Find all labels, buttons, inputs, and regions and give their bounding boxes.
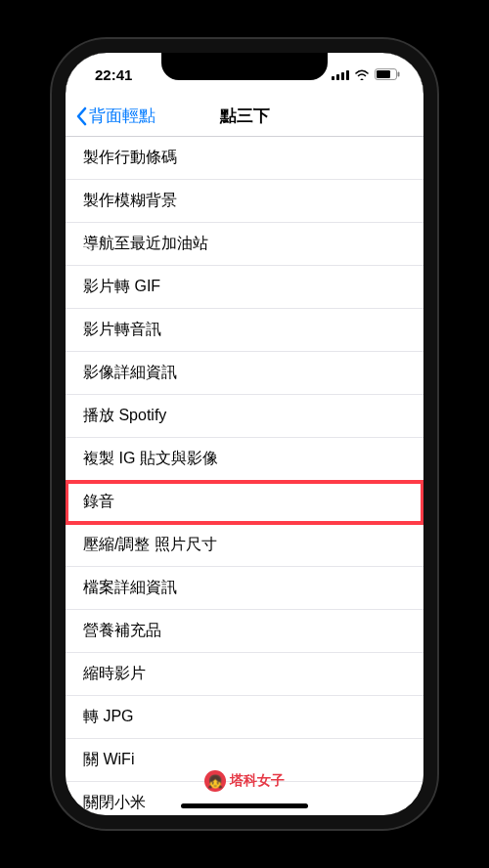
- list-item[interactable]: 壓縮/調整 照片尺寸: [66, 524, 423, 567]
- list-item-label: 複製 IG 貼文與影像: [83, 450, 218, 466]
- svg-rect-3: [346, 70, 349, 80]
- phone-frame: 22:41: [52, 39, 437, 829]
- notch: [161, 53, 328, 80]
- list-item-label: 影片轉音訊: [83, 321, 161, 337]
- list-item[interactable]: 製作模糊背景: [66, 180, 423, 223]
- svg-rect-2: [341, 72, 344, 80]
- battery-icon: [375, 68, 400, 80]
- list-item[interactable]: 製作行動條碼: [66, 137, 423, 180]
- nav-header: 背面輕點 點三下: [66, 96, 423, 137]
- home-indicator[interactable]: [181, 803, 308, 808]
- list-item[interactable]: 縮時影片: [66, 653, 423, 696]
- list-item-label: 營養補充品: [83, 622, 161, 638]
- list-item-label: 影像詳細資訊: [83, 364, 177, 380]
- list-item[interactable]: 轉 JPG: [66, 696, 423, 739]
- list-item-label: 關 WiFi: [83, 751, 134, 767]
- list-item-label: 縮時影片: [83, 665, 146, 681]
- svg-rect-6: [398, 72, 400, 77]
- list-item[interactable]: 營養補充品: [66, 610, 423, 653]
- list-item-label: 檔案詳細資訊: [83, 579, 177, 595]
- signal-icon: [332, 69, 349, 80]
- list-item[interactable]: 檔案詳細資訊: [66, 567, 423, 610]
- list-item[interactable]: 導航至最近加油站: [66, 223, 423, 266]
- list-item[interactable]: 錄音: [66, 481, 423, 524]
- list-item-label: 轉 JPG: [83, 708, 134, 724]
- wifi-icon: [354, 68, 370, 80]
- list-item-label: 關閉小米: [83, 794, 146, 810]
- list-item-label: 播放 Spotify: [83, 407, 166, 423]
- list-item-label: 錄音: [83, 493, 114, 509]
- svg-rect-0: [332, 76, 334, 80]
- settings-list[interactable]: 製作行動條碼製作模糊背景導航至最近加油站影片轉 GIF影片轉音訊影像詳細資訊播放…: [66, 137, 423, 815]
- svg-rect-5: [377, 70, 390, 78]
- list-item-label: 導航至最近加油站: [83, 235, 208, 251]
- list-item[interactable]: 影片轉 GIF: [66, 266, 423, 309]
- list-item-label: 壓縮/調整 照片尺寸: [83, 536, 217, 552]
- watermark: 👧 塔科女子: [204, 770, 285, 792]
- list-item[interactable]: 播放 Spotify: [66, 395, 423, 438]
- list-item-label: 影片轉 GIF: [83, 278, 160, 294]
- status-time: 22:41: [95, 66, 132, 83]
- phone-screen: 22:41: [66, 53, 423, 815]
- list-item[interactable]: 影片轉音訊: [66, 309, 423, 352]
- list-item-label: 製作模糊背景: [83, 192, 177, 208]
- watermark-avatar: 👧: [204, 770, 226, 792]
- list-item[interactable]: 影像詳細資訊: [66, 352, 423, 395]
- chevron-left-icon: [75, 107, 89, 126]
- back-button[interactable]: 背面輕點: [66, 105, 156, 127]
- back-label: 背面輕點: [89, 105, 156, 127]
- svg-rect-1: [336, 74, 339, 80]
- list-item-label: 製作行動條碼: [83, 149, 177, 165]
- watermark-text: 塔科女子: [230, 772, 285, 790]
- status-icons: [332, 68, 400, 80]
- list-item[interactable]: 複製 IG 貼文與影像: [66, 438, 423, 481]
